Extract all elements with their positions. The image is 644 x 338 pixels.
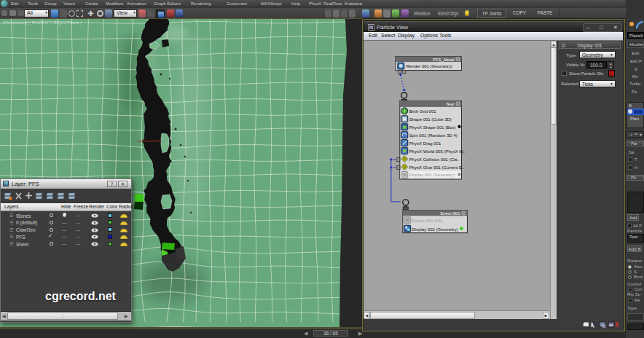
- svg-text:PhysX Drag 001: PhysX Drag 001: [409, 141, 441, 146]
- svg-text:Delete 001 (All): Delete 001 (All): [412, 219, 442, 223]
- svg-text:PhysX Shape 001 (Box): PhysX Shape 001 (Box): [409, 125, 456, 130]
- svg-text:Display 001 (Geometry): Display 001 (Geometry): [409, 173, 455, 177]
- svg-text:Tear: Tear: [446, 102, 455, 106]
- svg-text:Birth Grid 001: Birth Grid 001: [409, 109, 437, 114]
- svg-text:PhysX World 005 (PhysX W..: PhysX World 005 (PhysX W..: [409, 149, 466, 154]
- svg-text:PhysX Collision 001 (Cla..: PhysX Collision 001 (Cla..: [409, 157, 460, 162]
- svg-text:Event 001: Event 001: [441, 211, 461, 216]
- svg-text:PFS_Metal: PFS_Metal: [433, 58, 455, 62]
- svg-text:Shape 001 (Cube 3D): Shape 001 (Cube 3D): [409, 117, 452, 122]
- svg-text:PhysX Glue 001 (Current E..: PhysX Glue 001 (Current E..: [409, 165, 465, 170]
- svg-text:Display 002 (Geometry): Display 002 (Geometry): [412, 227, 458, 232]
- svg-text:Spin 001 (Random 3D 4): Spin 001 (Random 3D 4): [409, 133, 458, 138]
- svg-text:Render 001 (Geometry): Render 001 (Geometry): [407, 64, 452, 68]
